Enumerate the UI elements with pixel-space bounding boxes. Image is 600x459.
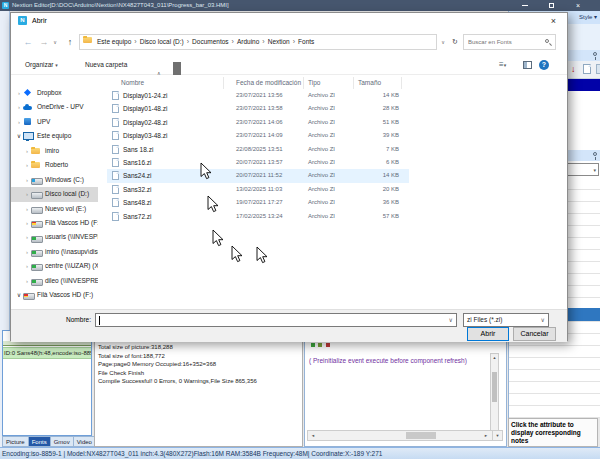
chevron-collapsed-icon[interactable]: ›: [23, 245, 31, 259]
refresh-icon[interactable]: ↻: [449, 29, 461, 55]
pin-icon[interactable]: [593, 52, 597, 56]
view-list-icon[interactable]: ≡▾: [499, 55, 506, 75]
new-folder-button[interactable]: Nueva carpeta: [85, 55, 127, 75]
breadcrumb-item[interactable]: Disco local (D:): [137, 38, 187, 45]
sidebar-item[interactable]: ›OneDrive - UPV: [11, 100, 98, 114]
file-row[interactable]: Sans72.zi17/02/2025 13:24Archivo ZI57 KB: [107, 210, 409, 223]
font-list-item-selected[interactable]: ID:0 Sans48(h:48,encode:iso-885: [3, 347, 91, 359]
sidebar-item[interactable]: ›usuaris (\\INVESPRER) (U:): [11, 230, 98, 244]
search-input[interactable]: [464, 35, 544, 49]
organize-button[interactable]: Organizar ▾: [25, 55, 58, 75]
column-size[interactable]: Tamaño: [358, 77, 381, 89]
breadcrumb-dropdown-icon[interactable]: ∨: [439, 29, 447, 55]
file-row[interactable]: Sans32.zi13/02/2025 11:03Archivo ZI20 KB: [107, 183, 409, 196]
sidebar-item[interactable]: ›imiro: [11, 144, 98, 158]
column-date[interactable]: Fecha de modificación: [236, 77, 301, 89]
document-icon[interactable]: [583, 64, 591, 74]
sidebar-item[interactable]: ›Disco local (D:): [11, 187, 98, 201]
close-icon[interactable]: ×: [546, 13, 561, 29]
event-toolbar-icon[interactable]: [318, 343, 322, 347]
chevron-collapsed-icon[interactable]: ›: [23, 202, 31, 216]
sidebar-item[interactable]: ›Filà Vascos HD (F:): [11, 216, 98, 230]
scrollbar-thumb[interactable]: [173, 62, 181, 75]
combo-dropdown-icon[interactable]: ∨: [449, 314, 453, 327]
red-down-arrow-icon[interactable]: ↓: [571, 64, 576, 74]
forward-icon[interactable]: →: [37, 29, 51, 55]
recent-locations-icon[interactable]: ∨: [51, 29, 59, 55]
chevron-expanded-icon[interactable]: ∨: [15, 288, 23, 302]
column-separator[interactable]: [401, 77, 402, 89]
column-separator[interactable]: [223, 77, 224, 89]
breadcrumb-item[interactable]: Este equipo: [94, 38, 134, 45]
vertical-scrollbar[interactable]: ▲: [490, 353, 499, 431]
breadcrumb-item[interactable]: Nextion: [265, 38, 293, 45]
sidebar-item[interactable]: ›dileo (\\INVESPRER) (Y:): [11, 274, 98, 288]
tab-fonts[interactable]: Fonts: [29, 436, 51, 447]
file-row[interactable]: Display01-48.zi23/07/2021 13:58Archivo Z…: [107, 102, 409, 115]
search-box: [463, 34, 556, 50]
filename-input[interactable]: ∨: [95, 313, 457, 327]
preview-pane-icon[interactable]: [523, 61, 532, 69]
chevron-collapsed-icon[interactable]: ›: [23, 259, 31, 273]
column-name[interactable]: Nombre: [121, 77, 144, 89]
chevron-collapsed-icon[interactable]: ›: [23, 216, 31, 230]
filetype-select[interactable]: zi Files (*.zi) ∨: [463, 313, 549, 327]
sidebar-item[interactable]: ∨Este equipo: [11, 129, 98, 143]
sidebar-item[interactable]: ›Roberto: [11, 158, 98, 172]
chevron-collapsed-icon[interactable]: ›: [23, 144, 31, 158]
scroll-down-icon[interactable]: ▼: [492, 431, 502, 440]
drive-net-icon: [31, 233, 42, 243]
pin-icon[interactable]: [593, 152, 597, 156]
scroll-right-icon[interactable]: ►: [481, 431, 491, 440]
file-row[interactable]: Sans16.zi20/07/2021 13:57Archivo ZI6 KB: [107, 156, 409, 169]
tab-picture[interactable]: Picture: [2, 436, 29, 447]
tab-gmov[interactable]: Gmov: [51, 436, 74, 447]
scroll-left-icon[interactable]: ◄: [308, 431, 318, 440]
scrollbar-thumb[interactable]: [406, 432, 436, 439]
sidebar-item[interactable]: ›centre (\\UZAR) (X:): [11, 259, 98, 273]
close-icon[interactable]: ×: [576, 0, 580, 11]
file-name: Sans32.zi: [123, 183, 152, 196]
chevron-collapsed-icon[interactable]: ›: [23, 230, 31, 244]
search-icon[interactable]: [545, 39, 549, 43]
chevron-collapsed-icon[interactable]: ›: [23, 187, 31, 201]
file-row[interactable]: Sans48.zi19/07/2021 17:27Archivo ZI36 KB: [107, 196, 409, 209]
chevron-collapsed-icon[interactable]: ›: [15, 100, 23, 114]
file-row[interactable]: Display03-48.zi23/07/2021 14:09Archivo Z…: [107, 129, 409, 142]
sidebar-item[interactable]: ›UPV: [11, 115, 98, 129]
sidebar-item[interactable]: ›imiro (\\nasupv\discos\i): [11, 245, 98, 259]
chevron-collapsed-icon[interactable]: ›: [23, 173, 31, 187]
file-row[interactable]: Sans24.zi20/07/2021 11:52Archivo ZI14 KB: [107, 169, 409, 182]
maximize-icon[interactable]: [549, 3, 554, 8]
breadcrumb-item[interactable]: Arduino: [234, 38, 262, 45]
up-icon[interactable]: ↑: [63, 29, 77, 55]
sidebar-item[interactable]: ›Dropbox: [11, 86, 98, 100]
help-icon[interactable]: ?: [539, 60, 549, 70]
chevron-collapsed-icon[interactable]: ›: [23, 274, 31, 288]
column-separator[interactable]: [303, 77, 304, 89]
event-toolbar-icon[interactable]: [326, 343, 330, 347]
tab-video[interactable]: Video: [74, 436, 96, 447]
file-row[interactable]: Sans 18.zi22/08/2025 13:51Archivo ZI7 KB: [107, 143, 409, 156]
event-toolbar-icon[interactable]: [311, 343, 315, 347]
open-button[interactable]: Abrir: [467, 327, 509, 341]
chevron-collapsed-icon[interactable]: ›: [15, 115, 23, 129]
file-row[interactable]: Display02-48.zi23/07/2021 14:06Archivo Z…: [107, 116, 409, 129]
back-icon[interactable]: ←: [21, 29, 35, 55]
chevron-collapsed-icon[interactable]: ›: [15, 86, 23, 100]
scroll-up-icon[interactable]: ▲: [491, 354, 498, 361]
sidebar-item[interactable]: ›Windows (C:): [11, 173, 98, 187]
breadcrumb-item[interactable]: Fonts: [295, 38, 317, 45]
chevron-collapsed-icon[interactable]: ›: [23, 158, 31, 172]
chevron-expanded-icon[interactable]: ∨: [15, 129, 23, 143]
scrollbar-thumb[interactable]: [492, 372, 497, 402]
sidebar-item[interactable]: ∨Filà Vascos HD (F:): [11, 288, 98, 302]
sidebar-item[interactable]: ›Nuevo vol (E:): [11, 202, 98, 216]
cancel-button[interactable]: Cancelar: [513, 327, 556, 341]
horizontal-scrollbar[interactable]: ◄ ► ▼: [307, 430, 503, 441]
column-separator[interactable]: [353, 77, 354, 89]
file-row[interactable]: Display01-24.zi23/07/2021 13:56Archivo Z…: [107, 89, 409, 102]
breadcrumb-item[interactable]: Documentos: [189, 38, 232, 45]
column-type[interactable]: Tipo: [308, 77, 320, 89]
minimize-icon[interactable]: [522, 5, 528, 6]
